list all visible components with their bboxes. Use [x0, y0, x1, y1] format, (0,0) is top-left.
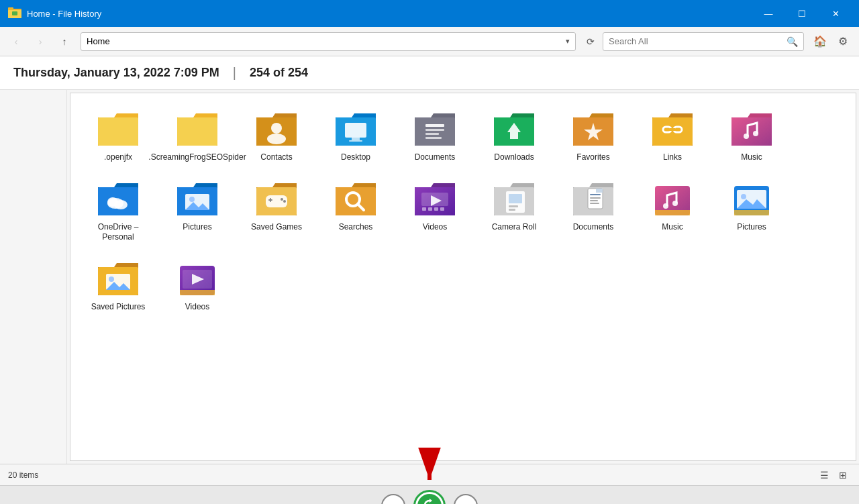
folder-savedpictures[interactable]: Saved Pictures — [81, 254, 155, 318]
folder-videos2-icon — [173, 259, 221, 299]
svg-rect-17 — [425, 137, 442, 139]
address-dropdown-icon[interactable]: ▾ — [566, 37, 570, 46]
restore-icon — [417, 494, 442, 505]
titlebar: Home - File History — ☐ ✕ — [0, 0, 859, 27]
separator: | — [233, 65, 236, 81]
svg-rect-57 — [509, 209, 515, 211]
folder-videos2[interactable]: Videos — [160, 254, 234, 318]
folder-favorites[interactable]: Favorites — [556, 104, 630, 168]
folder-savedgames-label: Saved Games — [251, 222, 302, 233]
folder-documents2[interactable]: Documents — [556, 174, 630, 248]
titlebar-controls: — ☐ ✕ — [753, 3, 851, 24]
refresh-button[interactable]: ⟳ — [581, 32, 600, 51]
svg-rect-13 — [415, 117, 455, 146]
svg-rect-62 — [590, 200, 598, 201]
folder-documents2-icon — [569, 179, 617, 219]
search-input[interactable] — [609, 36, 787, 46]
folder-screaming-label: .ScreamingFrogSEOSpider — [148, 152, 246, 163]
forward-button[interactable]: › — [30, 31, 51, 52]
svg-rect-61 — [590, 197, 601, 199]
svg-rect-2 — [8, 7, 13, 10]
svg-rect-26 — [731, 117, 772, 146]
svg-rect-12 — [349, 140, 362, 142]
folder-searches[interactable]: Searches — [319, 174, 393, 248]
folder-contacts-icon — [252, 109, 301, 150]
svg-rect-4 — [98, 117, 138, 146]
home-button[interactable]: 🏠 — [809, 31, 831, 52]
folder-pictures2[interactable]: Pictures — [715, 174, 789, 248]
sidebar — [0, 90, 67, 464]
folder-documents[interactable]: Documents — [398, 104, 472, 168]
folder-favorites-icon — [569, 109, 617, 150]
svg-rect-14 — [425, 124, 444, 127]
folder-cameraroll-label: Camera Roll — [492, 222, 537, 233]
folder-openjfx[interactable]: .openjfx — [81, 104, 155, 168]
folder-favorites-label: Favorites — [576, 152, 609, 163]
close-button[interactable]: ✕ — [820, 3, 851, 24]
bottombar: ⏮ ⏭ — [0, 485, 859, 504]
next-button[interactable]: ⏭ — [454, 494, 478, 505]
folder-searches-label: Searches — [339, 222, 373, 233]
address-input[interactable] — [87, 36, 566, 46]
svg-rect-60 — [590, 194, 601, 195]
folder-contacts[interactable]: Contacts — [240, 104, 313, 168]
maximize-button[interactable]: ☐ — [787, 3, 817, 24]
folder-music-label: Music — [741, 152, 762, 163]
folder-savedpictures-icon — [94, 259, 142, 299]
svg-rect-80 — [180, 290, 215, 295]
svg-point-70 — [741, 194, 746, 199]
folder-music2-label: Music — [662, 222, 683, 233]
restore-button[interactable] — [413, 490, 446, 505]
folder-desktop[interactable]: Desktop — [319, 104, 393, 168]
svg-rect-11 — [352, 138, 360, 140]
folder-links[interactable]: Links — [636, 104, 709, 168]
titlebar-title: Home - File History — [27, 9, 101, 19]
folder-searches-icon — [332, 179, 380, 219]
folder-cameraroll-icon — [490, 179, 538, 219]
folder-videos-label: Videos — [423, 222, 447, 233]
list-view-button[interactable]: ☰ — [816, 467, 832, 483]
folder-desktop-icon — [332, 109, 380, 150]
folder-pictures2-icon — [727, 179, 776, 219]
svg-rect-67 — [655, 210, 690, 215]
folder-pictures2-label: Pictures — [737, 222, 766, 233]
up-button[interactable]: ↑ — [54, 31, 75, 52]
folder-videos[interactable]: Videos — [398, 174, 472, 248]
date-label: Thursday, January 13, 2022 7:09 PM — [13, 66, 219, 80]
grid-view-button[interactable]: ⊞ — [835, 467, 851, 483]
folder-savedpictures-label: Saved Pictures — [91, 302, 146, 313]
folder-cameraroll[interactable]: Camera Roll — [477, 174, 551, 248]
minimize-button[interactable]: — — [753, 3, 784, 24]
folder-documents-label: Documents — [415, 152, 456, 163]
folder-music2[interactable]: Music — [636, 174, 709, 248]
svg-rect-5 — [177, 117, 217, 146]
folder-openjfx-label: .openjfx — [104, 152, 132, 163]
folder-openjfx-icon — [94, 109, 142, 150]
folder-onedrive-icon — [94, 179, 142, 219]
svg-rect-56 — [509, 205, 518, 207]
svg-rect-52 — [440, 207, 444, 211]
folder-pictures-icon — [173, 179, 221, 219]
folder-contacts-label: Contacts — [260, 152, 292, 163]
folder-screaming[interactable]: .ScreamingFrogSEOSpider — [160, 104, 234, 168]
folder-onedrive[interactable]: OneDrive – Personal — [81, 174, 155, 248]
svg-point-75 — [109, 276, 114, 282]
back-button[interactable]: ‹ — [5, 31, 27, 52]
prev-icon: ⏮ — [389, 501, 398, 505]
settings-button[interactable]: ⚙ — [832, 31, 854, 52]
next-icon: ⏭ — [461, 501, 470, 505]
prev-button[interactable]: ⏮ — [381, 494, 405, 505]
svg-rect-51 — [434, 207, 438, 211]
folder-pictures[interactable]: Pictures — [160, 174, 234, 248]
titlebar-left: Home - File History — [8, 6, 101, 21]
svg-point-27 — [744, 134, 749, 139]
search-button[interactable]: 🔍 — [787, 36, 798, 47]
folder-downloads-icon — [490, 109, 538, 150]
svg-rect-49 — [422, 207, 426, 211]
folder-savedgames[interactable]: Saved Games — [240, 174, 313, 248]
svg-rect-25 — [670, 128, 675, 131]
folder-music[interactable]: Music — [715, 104, 789, 168]
folder-music-icon — [727, 109, 776, 150]
svg-point-35 — [189, 197, 195, 202]
folder-downloads[interactable]: Downloads — [477, 104, 551, 168]
